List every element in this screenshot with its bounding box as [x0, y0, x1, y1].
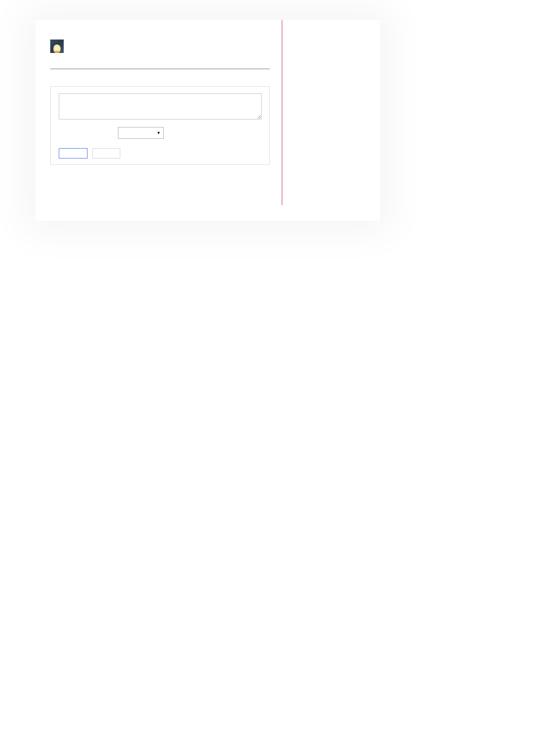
select-wrapper [118, 127, 164, 139]
vertical-divider [282, 20, 282, 205]
submit-button[interactable] [59, 148, 88, 158]
comment-textarea[interactable] [59, 93, 262, 119]
form-container [50, 86, 270, 165]
horizontal-divider [50, 69, 270, 69]
cancel-button[interactable] [92, 148, 120, 158]
page-container [35, 20, 380, 221]
select-row [59, 127, 261, 139]
button-row [59, 148, 261, 158]
avatar-image [50, 40, 64, 53]
category-select[interactable] [118, 127, 164, 139]
main-content [50, 40, 270, 165]
